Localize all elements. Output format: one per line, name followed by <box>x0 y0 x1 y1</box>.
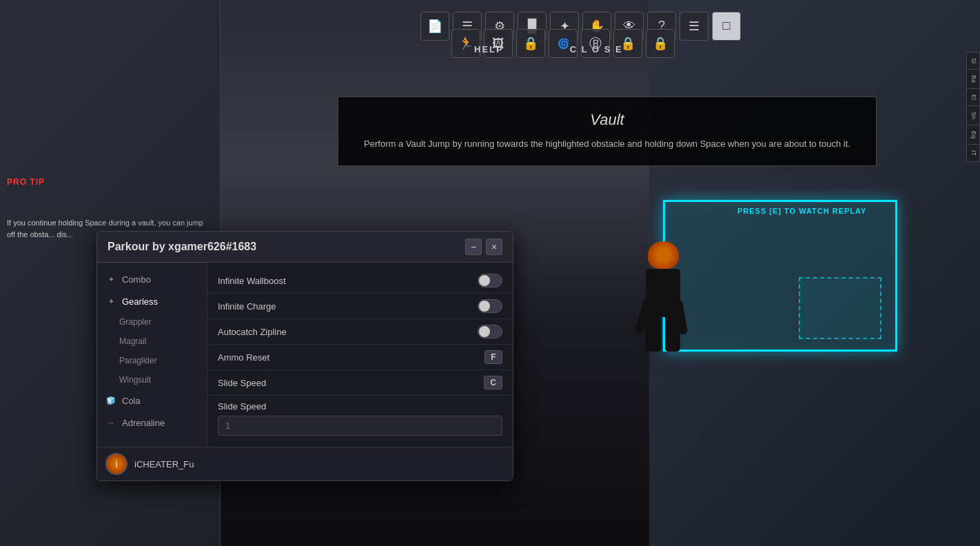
sidebar-item-adrenaline[interactable]: → Adrenaline <box>97 412 207 434</box>
right-tab-ba[interactable]: Ba <box>966 69 980 88</box>
document-icon[interactable]: 📄 <box>420 12 449 41</box>
infinite-charge-label: Infinite Charge <box>218 301 276 312</box>
slide-speed-input-label: Slide Speed <box>218 401 502 412</box>
modal-header: Parkour by xgamer626#1683 − × <box>97 232 513 263</box>
toggle-knob-2 <box>479 301 490 312</box>
user-name: iCHEATER_Fu <box>134 459 194 469</box>
right-tab-it[interactable]: IT <box>966 144 980 162</box>
modal-content-area: Infinite Wallboost Infinite Charge Autoc… <box>207 263 513 447</box>
modal-body: ✦ Combo ✦ Gearless Grappler Magrail Para… <box>97 263 513 447</box>
right-tab-el[interactable]: El <box>966 88 980 105</box>
ammo-reset-label: Ammo Reset <box>218 352 269 363</box>
right-tabs: Sl Ba El Sn Eq IT <box>966 52 980 162</box>
sidebar-item-grappler[interactable]: Grappler <box>97 312 207 332</box>
player-character <box>635 241 691 352</box>
combo-icon: ✦ <box>105 274 116 285</box>
lock3-icon[interactable]: 🔒 <box>646 29 675 58</box>
user-avatar: i <box>105 453 127 475</box>
slide-speed-key[interactable]: C <box>484 376 502 390</box>
cola-icon: 🧊 <box>105 395 116 406</box>
toggle-knob-3 <box>479 326 490 337</box>
infinite-charge-toggle[interactable] <box>478 299 502 313</box>
help-button[interactable]: HELP <box>469 41 509 57</box>
vault-title: Vault <box>359 111 855 129</box>
infinite-wallboost-row: Infinite Wallboost <box>207 268 513 294</box>
right-tab-sn[interactable]: Sn <box>966 105 980 125</box>
right-tab-sl[interactable]: Sl <box>966 52 980 69</box>
autocatch-zipline-label: Autocatch Zipline <box>218 327 287 337</box>
slide-speed-input-row: Slide Speed <box>207 396 513 441</box>
sidebar-item-wingsuit[interactable]: Wingsuit <box>97 370 207 390</box>
infinite-charge-row: Infinite Charge <box>207 294 513 319</box>
gearless-label: Gearless <box>122 296 158 307</box>
sidebar-item-combo[interactable]: ✦ Combo <box>97 268 207 290</box>
vault-description: Perform a Vault Jump by running towards … <box>359 137 855 152</box>
infinite-wallboost-toggle[interactable] <box>478 274 502 287</box>
replay-hint[interactable]: PRESS [E] TO WATCH REPLAY <box>737 207 866 215</box>
modal-title: Parkour by xgamer626#1683 <box>108 241 256 253</box>
combo-label: Combo <box>122 274 151 285</box>
parkour-modal: Parkour by xgamer626#1683 − × ✦ Combo ✦ … <box>96 231 513 481</box>
ammo-reset-row: Ammo Reset F <box>207 345 513 370</box>
autocatch-zipline-toggle[interactable] <box>478 325 502 338</box>
pro-tip-label: PRO TIP <box>7 177 45 187</box>
slide-speed-input[interactable] <box>218 416 502 436</box>
list-icon[interactable]: ☰ <box>680 12 708 41</box>
help-close-bar: HELP C L O S E <box>469 41 629 57</box>
vault-obstacle-inner <box>799 277 881 339</box>
right-tab-eq[interactable]: Eq <box>966 125 980 144</box>
infinite-wallboost-label: Infinite Wallboost <box>218 276 286 286</box>
adrenaline-label: Adrenaline <box>122 418 165 428</box>
char-head <box>648 241 679 269</box>
vault-tooltip: Vault Perform a Vault Jump by running to… <box>338 97 877 166</box>
char-legs <box>646 317 680 352</box>
cola-label: Cola <box>122 396 141 406</box>
ammo-reset-key[interactable]: F <box>484 350 502 364</box>
modal-sidebar: ✦ Combo ✦ Gearless Grappler Magrail Para… <box>97 263 207 447</box>
slide-speed-row: Slide Speed C <box>207 370 513 396</box>
sidebar-item-gearless[interactable]: ✦ Gearless <box>97 290 207 312</box>
char-leg-left <box>646 317 662 352</box>
modal-controls: − × <box>465 239 502 255</box>
sidebar-item-paraglider[interactable]: Paraglider <box>97 351 207 370</box>
toggle-knob <box>479 275 490 286</box>
slide-speed-label: Slide Speed <box>218 378 266 388</box>
vault-obstacle <box>663 200 897 352</box>
sidebar-item-cola[interactable]: 🧊 Cola <box>97 390 207 412</box>
modal-minimize-button[interactable]: − <box>465 239 482 255</box>
autocatch-zipline-row: Autocatch Zipline <box>207 319 513 345</box>
adrenaline-icon: → <box>105 417 116 428</box>
close-button[interactable]: C L O S E <box>564 41 629 57</box>
modal-user-bar: i iCHEATER_Fu <box>97 447 513 481</box>
modal-close-button[interactable]: × <box>486 239 502 255</box>
white-box-icon[interactable]: □ <box>712 12 741 41</box>
gearless-icon: ✦ <box>105 296 116 307</box>
sidebar-item-magrail[interactable]: Magrail <box>97 332 207 351</box>
